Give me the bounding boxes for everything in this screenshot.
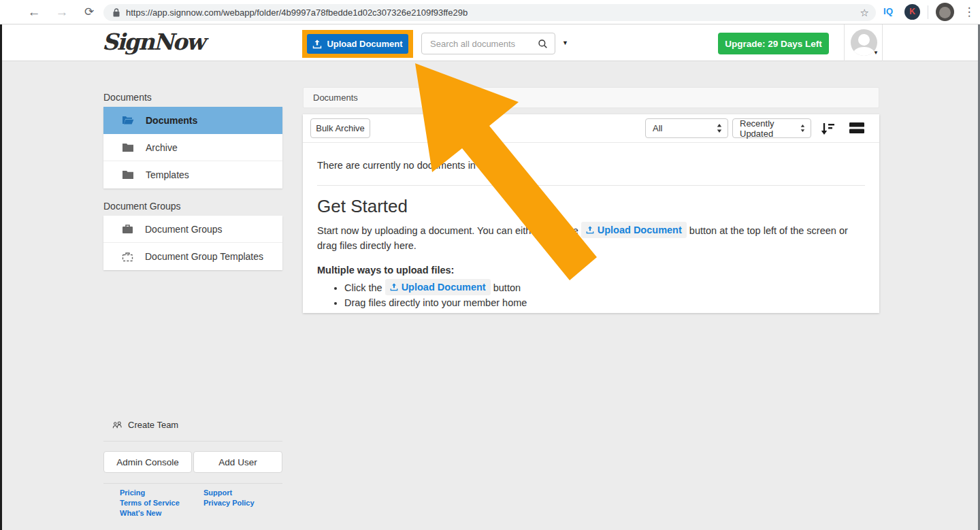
sidebar-item-label: Archive	[146, 142, 178, 153]
breadcrumb-label: Documents	[313, 93, 358, 103]
browser-menu-icon[interactable]: ⋮	[962, 3, 977, 22]
upload-icon	[390, 283, 398, 291]
admin-console-button[interactable]: Admin Console	[103, 451, 192, 473]
whats-new-link[interactable]: What's New	[120, 508, 180, 518]
support-link[interactable]: Support	[203, 488, 255, 497]
sidebar-section-documents-label: Documents	[103, 92, 152, 103]
add-user-button[interactable]: Add User	[193, 451, 282, 473]
sidebar-divider	[103, 441, 282, 442]
folder-icon	[122, 143, 134, 152]
sidebar-item-label: Document Groups	[145, 224, 223, 235]
sidebar-item-templates[interactable]: Templates	[103, 161, 282, 188]
sidebar-documents-panel: Documents Archive Templates	[103, 107, 282, 188]
bullet-text: button	[493, 282, 521, 293]
list-item: Drag files directly into your member hom…	[344, 295, 865, 310]
sidebar-item-archive[interactable]: Archive	[103, 134, 282, 161]
chrome-separator	[928, 5, 928, 19]
signnow-logo[interactable]: SignNow	[102, 29, 204, 55]
sort-value: Recently Updated	[740, 118, 800, 139]
documents-panel: Bulk Archive All Recently Updated There …	[303, 114, 879, 313]
sidebar-section-groups-label: Document Groups	[103, 201, 181, 212]
filter-select[interactable]: All	[645, 118, 728, 138]
multiple-ways-heading: Multiple ways to upload files:	[317, 265, 865, 276]
upload-document-button[interactable]: Upload Document	[307, 34, 408, 54]
terms-of-service-link[interactable]: Terms of Service	[120, 498, 180, 508]
search-icon[interactable]	[538, 39, 548, 49]
sidebar-divider	[103, 483, 282, 484]
browser-chrome: ← → ⟳ https://app.signnow.com/webapp/fol…	[0, 0, 980, 24]
sidebar-item-document-group-templates[interactable]: Document Group Templates	[103, 243, 282, 270]
upload-document-inline-link[interactable]: Upload Document	[385, 279, 491, 295]
search-box	[421, 33, 555, 54]
account-menu[interactable]: ▼	[844, 24, 883, 61]
sidebar-item-label: Document Group Templates	[145, 251, 263, 262]
ssl-lock-icon	[113, 8, 120, 17]
upload-icon	[586, 226, 594, 234]
get-started-section: Get Started Start now by uploading a doc…	[303, 186, 879, 310]
browser-forward-icon[interactable]: →	[52, 3, 71, 22]
footer-links-column-1: Pricing Terms of Service What's New	[120, 488, 180, 518]
upload-options-list: Click the Upload Document button Drag fi…	[317, 279, 865, 310]
chip-label: Upload Document	[402, 280, 486, 295]
upgrade-button[interactable]: Upgrade: 29 Days Left	[718, 33, 829, 54]
url-text[interactable]: https://app.signnow.com/webapp/folder/4b…	[126, 7, 860, 18]
list-view-icon[interactable]	[849, 122, 864, 133]
extension-iq-icon[interactable]: IQ	[883, 6, 894, 16]
browser-profile-avatar[interactable]	[936, 3, 954, 21]
sidebar-item-label: Documents	[146, 115, 197, 126]
select-caret-icon	[717, 124, 722, 133]
documents-toolbar: Bulk Archive All Recently Updated	[303, 114, 879, 143]
search-options-caret-icon[interactable]: ▼	[562, 39, 568, 46]
select-caret-icon	[800, 124, 805, 133]
pricing-link[interactable]: Pricing	[120, 488, 180, 497]
window-edge-left	[0, 24, 2, 530]
bullet-text: Drag files directly into your member hom…	[344, 297, 527, 308]
upload-annotation-highlight: Upload Document	[302, 30, 413, 58]
sidebar-item-document-groups[interactable]: Document Groups	[103, 216, 282, 243]
get-started-intro: Start now by uploading a document. You c…	[317, 222, 862, 253]
intro-text: Start now by uploading a document. You c…	[317, 225, 578, 236]
get-started-title: Get Started	[317, 196, 865, 217]
sort-direction-icon[interactable]	[821, 122, 835, 135]
folder-icon	[122, 170, 134, 180]
sidebar-groups-panel: Document Groups Document Group Templates	[103, 216, 282, 270]
app-header: SignNow Upload Document ▼ Upgrade: 29 Da…	[0, 24, 980, 61]
sidebar-item-label: Templates	[146, 169, 189, 180]
filter-value: All	[653, 123, 662, 133]
account-caret-icon: ▼	[873, 50, 879, 56]
list-item: Click the Upload Document button	[344, 279, 865, 295]
search-input[interactable]	[430, 39, 538, 49]
bookmark-star-icon[interactable]: ☆	[860, 7, 869, 19]
bullet-text: Click the	[344, 282, 382, 293]
sidebar-item-documents[interactable]: Documents	[103, 107, 282, 134]
create-team-link[interactable]: Create Team	[112, 420, 178, 430]
upload-icon	[312, 39, 322, 49]
browser-reload-icon[interactable]: ⟳	[80, 3, 99, 22]
create-team-label: Create Team	[128, 420, 178, 430]
sort-select[interactable]: Recently Updated	[732, 118, 811, 138]
address-bar[interactable]: https://app.signnow.com/webapp/folder/4b…	[103, 4, 876, 21]
briefcase-dashed-icon	[122, 252, 133, 262]
privacy-policy-link[interactable]: Privacy Policy	[203, 498, 255, 508]
folder-open-icon	[122, 116, 134, 125]
bulk-archive-button[interactable]: Bulk Archive	[310, 118, 370, 138]
upload-document-label: Upload Document	[327, 39, 402, 49]
footer-links-column-2: Support Privacy Policy	[203, 488, 255, 508]
empty-state-text: There are currently no documents in	[303, 143, 879, 185]
upload-document-inline-link[interactable]: Upload Document	[581, 222, 687, 238]
briefcase-icon	[122, 224, 133, 234]
chip-label: Upload Document	[598, 222, 682, 237]
extension-k-icon[interactable]: K	[904, 4, 920, 20]
browser-back-icon[interactable]: ←	[24, 3, 44, 22]
team-icon	[112, 421, 124, 429]
breadcrumb: Documents	[303, 87, 879, 108]
